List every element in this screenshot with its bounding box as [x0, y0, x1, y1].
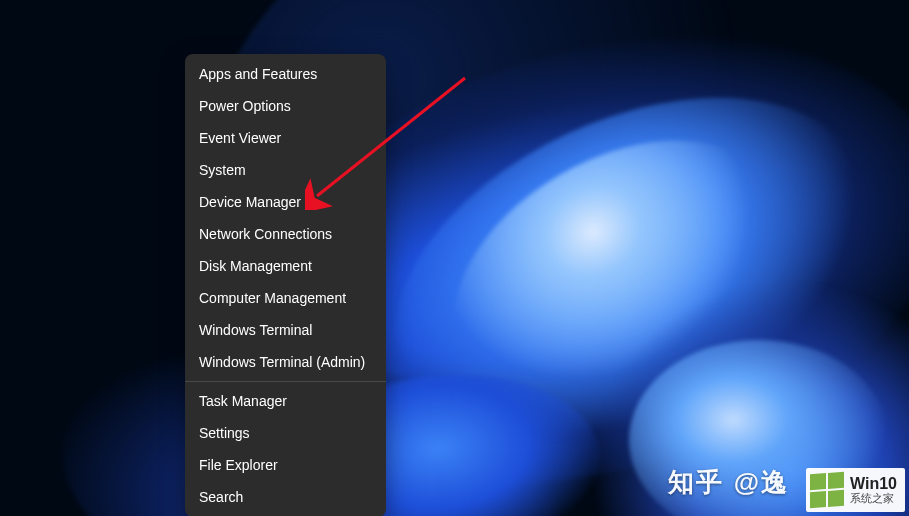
menu-item-task-manager[interactable]: Task Manager [185, 385, 386, 417]
menu-item-device-manager[interactable]: Device Manager [185, 186, 386, 218]
menu-item-power-options[interactable]: Power Options [185, 90, 386, 122]
winx-context-menu: Apps and Features Power Options Event Vi… [185, 54, 386, 516]
menu-item-network-connections[interactable]: Network Connections [185, 218, 386, 250]
menu-separator [185, 381, 386, 382]
menu-item-computer-management[interactable]: Computer Management [185, 282, 386, 314]
menu-item-disk-management[interactable]: Disk Management [185, 250, 386, 282]
menu-item-file-explorer[interactable]: File Explorer [185, 449, 386, 481]
watermark-zhihu: 知乎 @逸 [668, 465, 789, 500]
watermark-title: Win10 [850, 476, 897, 493]
menu-item-apps-and-features[interactable]: Apps and Features [185, 58, 386, 90]
menu-item-settings[interactable]: Settings [185, 417, 386, 449]
watermark-win10: Win10 系统之家 [806, 468, 905, 512]
menu-item-event-viewer[interactable]: Event Viewer [185, 122, 386, 154]
menu-item-system[interactable]: System [185, 154, 386, 186]
menu-item-search[interactable]: Search [185, 481, 386, 513]
watermark-subtitle: 系统之家 [850, 493, 897, 505]
win10-logo-icon [810, 472, 844, 508]
menu-item-windows-terminal-admin[interactable]: Windows Terminal (Admin) [185, 346, 386, 378]
desktop-wallpaper [0, 0, 909, 516]
menu-item-windows-terminal[interactable]: Windows Terminal [185, 314, 386, 346]
